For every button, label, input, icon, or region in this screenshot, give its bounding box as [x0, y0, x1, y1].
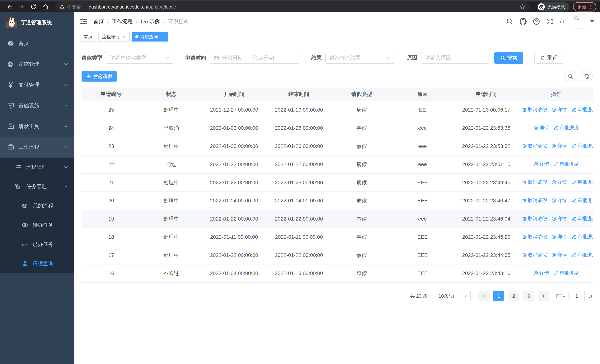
approval-progress-link[interactable]: 审批进度: [572, 197, 593, 204]
tab-process-detail[interactable]: 流程详情×: [98, 32, 130, 42]
tab-leave-query[interactable]: 请假查询×: [131, 32, 168, 42]
table-row: 16不通过2022-01-04 00:00:002022-01-13 00:00…: [82, 264, 593, 282]
detail-link[interactable]: 详情: [552, 197, 567, 204]
detail-link[interactable]: 详情: [552, 233, 567, 240]
incognito-label: 无痕模式: [547, 4, 565, 10]
avatar-caret-icon[interactable]: [590, 20, 594, 23]
browser-menu-icon[interactable]: [588, 4, 593, 9]
edit-icon: [572, 234, 576, 239]
sidebar-item-label: 首页: [19, 40, 68, 47]
chevron-down-icon: [64, 165, 68, 169]
approval-progress-link[interactable]: 审批进度: [572, 106, 593, 113]
detail-link[interactable]: 详情: [534, 125, 549, 131]
cancel-leave-link[interactable]: 取消请假: [522, 179, 547, 186]
cell-actions: 取消请假详情审批进度: [520, 210, 593, 228]
sidebar-item-process-mgmt[interactable]: 流程管理: [0, 158, 74, 177]
edit-icon: [572, 198, 576, 203]
breadcrumb-home[interactable]: 首页: [94, 18, 104, 25]
toggle-search-button[interactable]: [564, 70, 576, 82]
breadcrumb-workflow[interactable]: 工作流程: [112, 18, 133, 25]
breadcrumb-oa-example[interactable]: OA 示例: [141, 18, 160, 25]
header-search-icon[interactable]: [506, 18, 513, 25]
edit-icon: [572, 107, 576, 112]
cell-end-time: 2022-01-11 00:00:00: [266, 228, 331, 246]
sidebar-item-infra[interactable]: 基础设施: [0, 95, 74, 116]
back-icon[interactable]: [6, 3, 13, 10]
help-icon[interactable]: [533, 18, 540, 25]
detail-link[interactable]: 详情: [552, 215, 567, 222]
sidebar-item-payment[interactable]: 支付管理: [0, 75, 74, 95]
cell-status: 处理中: [141, 210, 202, 228]
cancel-leave-link[interactable]: 取消请假: [522, 106, 547, 113]
approval-progress-link[interactable]: 审批进度: [553, 125, 579, 131]
home-icon[interactable]: [42, 3, 48, 10]
sidebar-collapse-icon[interactable]: [80, 18, 87, 25]
approval-progress-link[interactable]: 审批进度: [572, 143, 593, 149]
tab-close-icon[interactable]: ×: [122, 34, 126, 39]
approval-progress-link[interactable]: 审批进度: [572, 215, 593, 222]
cancel-leave-link[interactable]: 取消请假: [522, 143, 547, 149]
sidebar-item-done-tasks[interactable]: 已办任务: [0, 235, 74, 254]
refresh-icon: [584, 74, 590, 79]
approval-progress-link[interactable]: 审批进度: [572, 252, 593, 258]
refresh-table-button[interactable]: [581, 70, 593, 82]
approval-progress-link[interactable]: 审批进度: [553, 270, 579, 276]
leave-type-select[interactable]: 请选择请假类型: [106, 52, 173, 64]
result-select[interactable]: 请选择流结果: [325, 52, 395, 64]
fullscreen-icon[interactable]: [546, 18, 553, 25]
cell-end-time: 2022-01-04 00:00:00: [266, 192, 331, 210]
address-bar[interactable]: 不安全 dashboard.yudao.iocoder.cn/bpm/oa/le…: [55, 2, 530, 11]
approval-progress-link[interactable]: 审批进度: [553, 161, 579, 167]
approval-progress-link[interactable]: 审批进度: [572, 179, 593, 186]
detail-link[interactable]: 详情: [552, 252, 567, 258]
page-button-3[interactable]: 3: [523, 291, 534, 301]
cell-status: 处理中: [141, 246, 202, 264]
approval-progress-link[interactable]: 审批进度: [572, 233, 593, 240]
detail-link[interactable]: 详情: [552, 106, 567, 113]
sidebar-item-devtools[interactable]: 研发工具: [0, 116, 74, 137]
sidebar-item-workflow[interactable]: 工作流程: [0, 137, 74, 158]
tab-home[interactable]: 首页: [80, 32, 96, 42]
forward-icon[interactable]: [18, 3, 25, 10]
cancel-leave-link[interactable]: 取消请假: [522, 215, 547, 222]
sidebar-item-my-process[interactable]: 我的流程: [0, 196, 74, 215]
update-button[interactable]: 更新: [573, 2, 596, 11]
cancel-leave-link[interactable]: 取消请假: [522, 252, 547, 258]
create-leave-button[interactable]: 发起请假: [82, 71, 117, 82]
detail-link[interactable]: 详情: [534, 270, 549, 276]
sidebar-item-system[interactable]: 系统管理: [0, 54, 74, 75]
detail-link[interactable]: 详情: [552, 143, 567, 149]
detail-link[interactable]: 详情: [552, 179, 567, 186]
goto-page-input[interactable]: 1: [569, 291, 585, 301]
github-icon[interactable]: [520, 18, 527, 25]
page-size-select[interactable]: 10条/页: [434, 291, 471, 301]
cancel-leave-link[interactable]: 取消请假: [522, 197, 547, 204]
prev-page-button[interactable]: [478, 291, 489, 301]
tab-close-icon[interactable]: ×: [160, 34, 164, 39]
workflow-submenu: 流程管理任务管理我的流程待办任务已办任务请假查询: [0, 158, 74, 273]
sidebar-item-leave-query[interactable]: 请假查询: [0, 254, 74, 273]
page-button-2[interactable]: 2: [508, 291, 519, 301]
sidebar-item-task-mgmt[interactable]: 任务管理: [0, 177, 74, 196]
delete-icon: [522, 216, 527, 221]
next-page-button[interactable]: [538, 291, 549, 301]
page-button-1[interactable]: 1: [493, 291, 504, 301]
cell-apply-time: 2022-01-22 23:49:46: [453, 173, 520, 192]
apply-time-range-picker[interactable]: 开始日期 - 结束日期: [210, 52, 300, 64]
cell-apply-id: 19: [82, 210, 141, 228]
reload-icon[interactable]: [30, 3, 37, 10]
font-size-icon[interactable]: TT: [560, 18, 567, 25]
incognito-badge: 无痕模式: [537, 2, 569, 11]
cancel-leave-link[interactable]: 取消请假: [522, 233, 547, 240]
detail-link[interactable]: 详情: [534, 161, 549, 167]
sidebar-item-todo-tasks[interactable]: 待办任务: [0, 215, 74, 235]
reason-input[interactable]: 请输入原因: [421, 52, 488, 64]
search-button[interactable]: 搜索: [494, 52, 523, 64]
cell-apply-id: 20: [82, 192, 141, 210]
reset-button[interactable]: 重置: [534, 52, 563, 64]
bookmark-star-icon[interactable]: [520, 4, 525, 10]
cell-reason: EEE: [392, 228, 453, 246]
view-icon: [552, 253, 556, 257]
sidebar-item-home[interactable]: 首页: [0, 33, 74, 54]
avatar[interactable]: [572, 14, 587, 29]
